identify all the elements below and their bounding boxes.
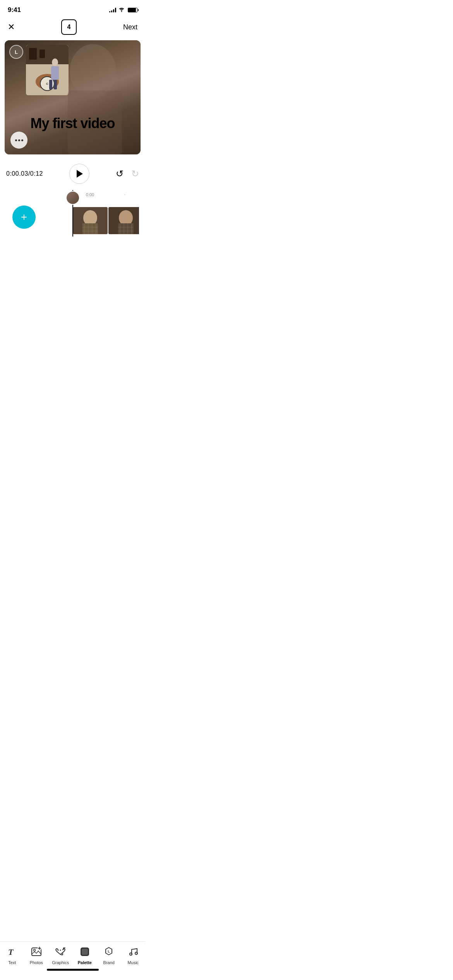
svg-point-0: [121, 11, 122, 12]
undo-redo-controls: ↺ ↻: [116, 168, 139, 179]
battery-icon: [128, 8, 137, 12]
play-button[interactable]: [69, 164, 89, 184]
playhead-thumbnail: [66, 191, 80, 205]
video-background: L C: [5, 40, 141, 154]
next-button[interactable]: Next: [123, 23, 137, 31]
signal-icon: [109, 8, 116, 12]
video-preview: L C: [5, 40, 141, 154]
plus-icon: +: [21, 212, 27, 223]
wifi-icon: [118, 7, 125, 13]
more-dots-icon: [15, 139, 23, 141]
layers-count: 4: [67, 24, 71, 31]
undo-button[interactable]: ↺: [116, 168, 124, 179]
more-button[interactable]: [10, 132, 27, 149]
status-icons: [109, 7, 137, 13]
video-title: My first video: [5, 116, 141, 131]
clip-1[interactable]: [73, 207, 108, 234]
close-button[interactable]: ✕: [8, 23, 15, 31]
layers-badge[interactable]: 4: [61, 19, 77, 35]
timeline-clips[interactable]: [73, 207, 139, 234]
time-display: 0:00.03/0:12: [6, 170, 43, 177]
ruler-mark-1: ·: [108, 192, 139, 197]
status-time: 9:41: [8, 6, 21, 14]
status-bar: 9:41: [0, 0, 145, 17]
add-clip-button[interactable]: +: [12, 206, 36, 229]
playback-controls: 0:00.03/0:12 ↺ ↻: [6, 164, 139, 184]
timeline-section: 0:00.03/0:12 ↺ ↻ +: [0, 158, 145, 236]
timeline-wrapper: +: [6, 190, 139, 236]
nav-bar: ✕ 4 Next: [0, 17, 145, 37]
play-icon: [77, 170, 83, 178]
playhead-thumbnail-image: [67, 192, 79, 204]
redo-button[interactable]: ↻: [131, 168, 139, 179]
svg-point-12: [70, 44, 116, 98]
clip-2[interactable]: [108, 207, 139, 234]
